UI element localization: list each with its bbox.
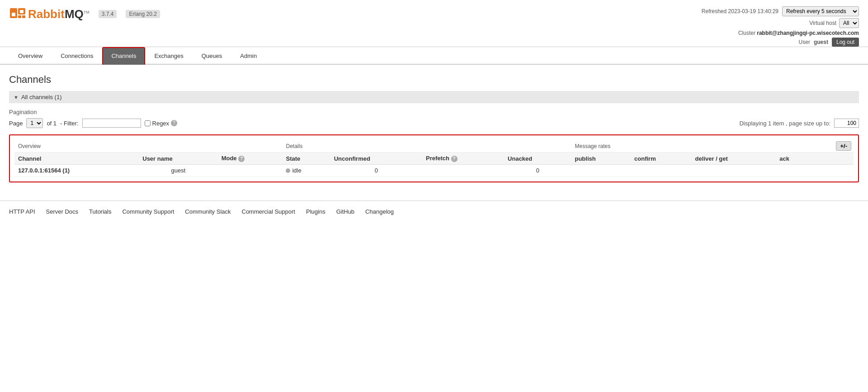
state-dot xyxy=(286,168,290,173)
th-unconfirmed: Unconfirmed xyxy=(330,153,422,165)
of-label: of 1 xyxy=(47,120,57,127)
th-ack: ack xyxy=(776,153,812,165)
state-label: idle xyxy=(292,167,301,174)
logout-button[interactable]: Log out xyxy=(832,38,859,47)
regex-checkbox[interactable] xyxy=(145,120,151,126)
footer-link-server-docs[interactable]: Server Docs xyxy=(46,208,79,215)
svg-rect-2 xyxy=(18,15,21,18)
cell-mode xyxy=(218,165,283,177)
cell-channel: 127.0.0.1:61564 (1) xyxy=(14,165,139,177)
mode-help-icon[interactable]: ? xyxy=(238,156,245,162)
cell-ack xyxy=(776,165,812,177)
prefetch-help-icon[interactable]: ? xyxy=(451,156,458,162)
cell-unacked: 0 xyxy=(504,165,571,177)
table-row: 127.0.0.1:61564 (1) guest idle 0 0 xyxy=(14,165,854,177)
group-details-header: Details xyxy=(282,140,571,153)
page-size-input[interactable] xyxy=(834,119,859,128)
collapse-arrow: ▼ xyxy=(14,95,19,100)
channels-table: Overview Details Message rates +/- Chann… xyxy=(14,140,854,177)
th-prefetch: Prefetch ? xyxy=(422,153,504,165)
svg-rect-5 xyxy=(20,10,24,13)
th-confirm: confirm xyxy=(631,153,692,165)
th-username: User name xyxy=(139,153,217,165)
pagination-section: Pagination Page 1 of 1 - Filter: Regex ?… xyxy=(9,109,859,128)
th-channel: Channel xyxy=(14,153,139,165)
section-header[interactable]: ▼ All channels (1) xyxy=(9,91,859,103)
footer-link-community-slack[interactable]: Community Slack xyxy=(185,208,231,215)
refresh-select[interactable]: Refresh every 5 seconds Refresh every 10… xyxy=(782,6,859,16)
svg-rect-4 xyxy=(12,13,15,16)
user-name: guest xyxy=(814,39,828,45)
cell-publish xyxy=(571,165,631,177)
cell-unconfirmed: 0 xyxy=(330,165,422,177)
virtual-host-label: Virtual host xyxy=(809,20,836,26)
cell-confirm xyxy=(631,165,692,177)
cell-state: idle xyxy=(282,165,330,177)
group-message-rates-header: Message rates xyxy=(571,140,811,153)
footer-link-changelog[interactable]: Changelog xyxy=(365,208,394,215)
footer-link-commercial-support[interactable]: Commercial Support xyxy=(242,208,296,215)
nav-item-exchanges[interactable]: Exchanges xyxy=(145,47,192,65)
footer: HTTP APIServer DocsTutorialsCommunity Su… xyxy=(0,201,868,222)
filter-input[interactable] xyxy=(82,119,141,128)
refreshed-timestamp: Refreshed 2023-03-19 13:40:29 xyxy=(702,8,778,14)
page-select[interactable]: 1 xyxy=(26,118,43,128)
nav-bar: Overview Connections Channels Exchanges … xyxy=(0,47,868,65)
th-unacked: Unacked xyxy=(504,153,571,165)
cell-username: guest xyxy=(139,165,217,177)
nav-item-channels[interactable]: Channels xyxy=(102,47,145,65)
page-title: Channels xyxy=(9,74,859,86)
cell-prefetch xyxy=(422,165,504,177)
th-state: State xyxy=(282,153,330,165)
th-mode: Mode ? xyxy=(218,153,283,165)
logo: RabbitMQTM xyxy=(9,5,90,24)
nav-item-connections[interactable]: Connections xyxy=(52,47,102,65)
regex-help-icon[interactable]: ? xyxy=(171,120,177,126)
footer-link-plugins[interactable]: Plugins xyxy=(306,208,326,215)
footer-link-tutorials[interactable]: Tutorials xyxy=(89,208,111,215)
footer-link-http-api[interactable]: HTTP API xyxy=(9,208,35,215)
user-label: User xyxy=(799,39,810,45)
logo-text: RabbitMQTM xyxy=(28,7,90,21)
section-label: All channels (1) xyxy=(21,94,62,100)
pagination-label: Pagination xyxy=(9,109,859,115)
cluster-value: rabbit@zhangjingqi-pc.wisecotech.com xyxy=(757,30,859,36)
footer-link-github[interactable]: GitHub xyxy=(336,208,354,215)
group-overview-header: Overview xyxy=(14,140,282,153)
cluster-label: Cluster xyxy=(738,30,755,36)
regex-label: Regex xyxy=(152,120,170,127)
page-label: Page xyxy=(9,120,23,127)
footer-link-community-support[interactable]: Community Support xyxy=(122,208,174,215)
channels-table-section: Overview Details Message rates +/- Chann… xyxy=(9,134,859,182)
th-publish: publish xyxy=(571,153,631,165)
virtual-host-select[interactable]: All / xyxy=(839,18,859,28)
plus-minus-button[interactable]: +/- xyxy=(836,141,851,151)
svg-rect-3 xyxy=(22,15,25,18)
nav-item-admin[interactable]: Admin xyxy=(231,47,266,65)
logo-icon xyxy=(9,5,28,24)
nav-item-overview[interactable]: Overview xyxy=(9,47,52,65)
th-deliver-get: deliver / get xyxy=(692,153,776,165)
version-badge: 3.7.4 xyxy=(99,10,117,18)
filter-label: - Filter: xyxy=(60,120,78,127)
displaying-label: Displaying 1 item , page size up to: xyxy=(739,120,830,127)
cell-deliver-get xyxy=(692,165,776,177)
nav-item-queues[interactable]: Queues xyxy=(193,47,231,65)
erlang-version-badge: Erlang 20.2 xyxy=(126,10,160,18)
